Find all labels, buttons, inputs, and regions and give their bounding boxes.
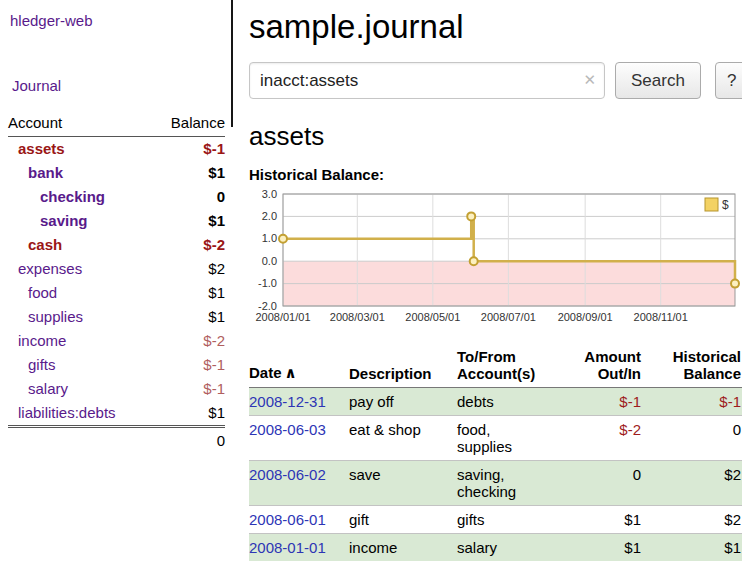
account-row-assets: assets $-1 [8, 137, 225, 162]
account-link-salary[interactable]: salary [28, 380, 68, 397]
account-balance-bank: $1 [152, 161, 225, 185]
account-row-bank: bank $1 [8, 161, 225, 185]
svg-text:2008/03/01: 2008/03/01 [330, 311, 385, 323]
register-header-balance: Historical Balance [643, 346, 742, 388]
register-date-link[interactable]: 2008-06-03 [249, 421, 326, 438]
register-date-link[interactable]: 2008-01-01 [249, 539, 326, 556]
register-date-link[interactable]: 2008-06-02 [249, 466, 326, 483]
register-header-date[interactable]: Date∧ [249, 346, 349, 388]
register-cell-amount: $-2 [553, 416, 643, 461]
register-row: 2008-06-02 save saving, checking 0 $2 [249, 461, 742, 506]
register-cell-description: gift [349, 506, 457, 534]
account-link-checking[interactable]: checking [40, 188, 105, 205]
register-cell-account: gifts [457, 506, 553, 534]
search-bar: ✕ Search ? [249, 62, 742, 99]
sidebar-divider [231, 0, 233, 127]
account-row-food: food $1 [8, 281, 225, 305]
section-title: assets [249, 121, 742, 152]
accounts-header-row: Account Balance [8, 114, 225, 137]
account-link-saving[interactable]: saving [40, 212, 88, 229]
register-header-row: Date∧ Description To/From Account(s) Amo… [249, 346, 742, 388]
clear-search-icon[interactable]: ✕ [583, 71, 596, 89]
register-header-amount: Amount Out/In [553, 346, 643, 388]
account-row-checking: checking 0 [8, 185, 225, 209]
register-date-link[interactable]: 2008-06-01 [249, 511, 326, 528]
app-root: hledger-web Journal Account Balance asse… [0, 0, 742, 582]
accounts-header-account: Account [8, 114, 152, 137]
register-cell-description: income [349, 534, 457, 562]
account-row-saving: saving $1 [8, 209, 225, 233]
account-link-supplies[interactable]: supplies [28, 308, 83, 325]
account-balance-supplies: $1 [152, 305, 225, 329]
register-cell-amount: $-1 [553, 388, 643, 416]
svg-text:-1.0: -1.0 [258, 277, 277, 289]
account-row-cash: cash $-2 [8, 233, 225, 257]
account-row-supplies: supplies $1 [8, 305, 225, 329]
svg-text:0.0: 0.0 [262, 255, 277, 267]
search-input[interactable] [249, 62, 605, 99]
account-link-expenses[interactable]: expenses [18, 260, 82, 277]
account-link-gifts[interactable]: gifts [28, 356, 56, 373]
svg-text:-2.0: -2.0 [258, 300, 277, 312]
search-button[interactable]: Search [615, 62, 701, 99]
register-cell-description: eat & shop [349, 416, 457, 461]
svg-text:2008/01/01: 2008/01/01 [255, 311, 310, 323]
account-link-cash[interactable]: cash [28, 236, 62, 253]
help-button[interactable]: ? [715, 62, 742, 99]
historical-balance-chart: 3.02.01.00.0-1.0-2.02008/01/012008/03/01… [249, 189, 741, 325]
register-table: Date∧ Description To/From Account(s) Amo… [249, 346, 742, 561]
register-header-date-label: Date [249, 364, 282, 381]
account-link-income[interactable]: income [18, 332, 66, 349]
register-cell-description: save [349, 461, 457, 506]
register-header-account: To/From Account(s) [457, 346, 553, 388]
register-cell-balance: $2 [643, 461, 742, 506]
register-row: 2008-06-03 eat & shop food, supplies $-2… [249, 416, 742, 461]
account-row-salary: salary $-1 [8, 377, 225, 401]
register-cell-description: pay off [349, 388, 457, 416]
register-row: 2008-01-01 income salary $1 $1 [249, 534, 742, 562]
register-cell-balance: 0 [643, 416, 742, 461]
account-link-bank[interactable]: bank [28, 164, 63, 181]
account-balance-cash: $-2 [152, 233, 225, 257]
account-link-assets[interactable]: assets [18, 140, 65, 157]
register-row: 2008-06-01 gift gifts $1 $2 [249, 506, 742, 534]
account-balance-liabilities-debts: $1 [152, 401, 225, 427]
svg-text:$: $ [722, 198, 729, 212]
register-cell-account: food, supplies [457, 416, 553, 461]
register-cell-account: debts [457, 388, 553, 416]
svg-text:2008/05/01: 2008/05/01 [405, 311, 460, 323]
svg-text:3.0: 3.0 [262, 189, 277, 200]
account-link-food[interactable]: food [28, 284, 57, 301]
register-cell-amount: $1 [553, 534, 643, 562]
nav-journal-link[interactable]: Journal [12, 77, 225, 94]
account-balance-checking: 0 [152, 185, 225, 209]
account-balance-gifts: $-1 [152, 353, 225, 377]
register-cell-balance: $1 [643, 534, 742, 562]
svg-text:2008/11/01: 2008/11/01 [634, 311, 688, 323]
svg-text:2008/07/01: 2008/07/01 [481, 311, 536, 323]
account-balance-assets: $-1 [152, 137, 225, 162]
register-cell-amount: $1 [553, 506, 643, 534]
register-cell-balance: $2 [643, 506, 742, 534]
accounts-total-row: 0 [8, 427, 225, 454]
sort-ascending-icon: ∧ [285, 364, 297, 381]
register-date-link[interactable]: 2008-12-31 [249, 393, 326, 410]
accounts-header-balance: Balance [152, 114, 225, 137]
register-cell-amount: 0 [553, 461, 643, 506]
account-balance-expenses: $2 [152, 257, 225, 281]
register-cell-account: saving, checking [457, 461, 553, 506]
register-cell-account: salary [457, 534, 553, 562]
svg-text:2008/09/01: 2008/09/01 [558, 311, 613, 323]
sidebar: hledger-web Journal Account Balance asse… [0, 0, 233, 582]
account-link-liabilities-debts[interactable]: liabilities:debts [18, 404, 116, 421]
account-balance-salary: $-1 [152, 377, 225, 401]
svg-text:2.0: 2.0 [262, 210, 277, 222]
accounts-total: 0 [152, 427, 225, 454]
main-panel: sample.journal ✕ Search ? assets Histori… [233, 0, 742, 582]
account-row-gifts: gifts $-1 [8, 353, 225, 377]
account-balance-saving: $1 [152, 209, 225, 233]
page-title: sample.journal [249, 8, 742, 46]
search-box: ✕ [249, 62, 605, 99]
brand-link[interactable]: hledger-web [10, 12, 225, 29]
account-balance-income: $-2 [152, 329, 225, 353]
